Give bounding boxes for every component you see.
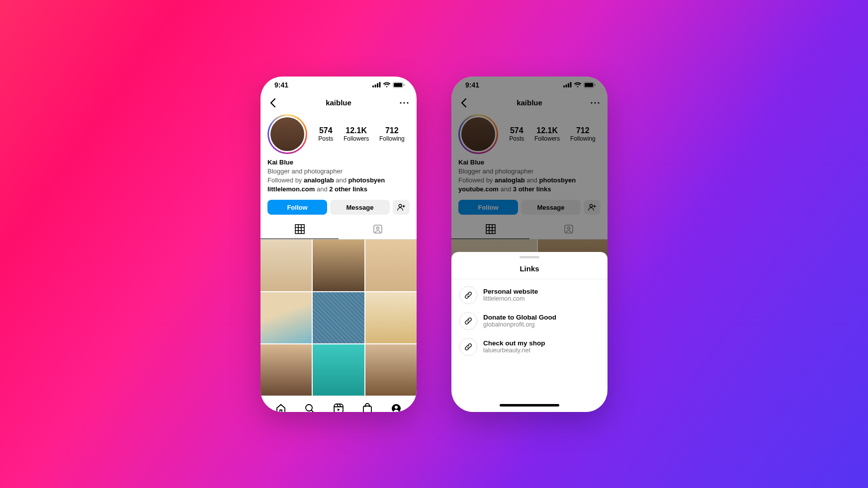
profile-actions: Follow Message	[451, 197, 608, 220]
profile-name: Kai Blue	[267, 158, 410, 167]
svg-rect-32	[585, 83, 593, 87]
more-icon[interactable]	[399, 97, 410, 108]
stat-following[interactable]: 712 Following	[379, 126, 405, 142]
followed-by[interactable]: Followed by analoglab and photosbyen	[267, 176, 410, 185]
bottom-nav	[260, 396, 417, 411]
stat-following[interactable]: 712 Following	[570, 126, 596, 142]
avatar	[461, 117, 495, 151]
posts-grid	[260, 240, 417, 396]
message-button[interactable]: Message	[330, 200, 390, 215]
link-url: littlelemon.com	[483, 295, 538, 302]
svg-rect-43	[565, 225, 573, 233]
follow-button[interactable]: Follow	[267, 200, 327, 215]
svg-rect-30	[570, 82, 572, 87]
profile-tabs	[451, 220, 608, 240]
svg-point-17	[376, 227, 379, 230]
grid-cell[interactable]	[313, 240, 364, 291]
sheet-title: Links	[451, 260, 608, 279]
grid-cell[interactable]	[365, 292, 417, 343]
wifi-icon	[383, 82, 391, 87]
bio-links[interactable]: littlelemon.com and 2 other links	[267, 185, 410, 194]
nav-search-icon[interactable]	[304, 403, 315, 412]
svg-point-9	[407, 102, 408, 103]
stat-followers-number: 12.1K	[344, 126, 369, 135]
svg-point-34	[591, 102, 592, 103]
svg-rect-3	[379, 82, 381, 87]
stat-posts[interactable]: 574 Posts	[318, 126, 333, 142]
bio: Kai Blue Blogger and photographer Follow…	[451, 154, 608, 197]
svg-rect-28	[566, 84, 567, 87]
nav-username: kaiblue	[326, 98, 351, 107]
tab-grid[interactable]	[260, 220, 339, 239]
link-title: Check out my shop	[483, 339, 545, 347]
sheet-handle[interactable]	[520, 256, 539, 258]
grid-cell[interactable]	[365, 344, 417, 396]
svg-line-19	[312, 410, 315, 411]
battery-icon	[584, 82, 596, 88]
message-button[interactable]: Message	[521, 200, 581, 215]
bio: Kai Blue Blogger and photographer Follow…	[260, 154, 417, 197]
link-item[interactable]: Donate to Global Good globalnonprofit.or…	[451, 308, 608, 334]
back-icon[interactable]	[267, 97, 278, 108]
nav-bar: kaiblue	[451, 93, 608, 112]
nav-profile-icon[interactable]	[391, 403, 402, 412]
followed-by[interactable]: Followed by analoglab and photosbyen	[458, 176, 601, 185]
stat-posts[interactable]: 574 Posts	[509, 126, 524, 142]
avatar-story-ring[interactable]	[458, 114, 498, 154]
grid-cell[interactable]	[260, 292, 312, 343]
avatar	[270, 117, 304, 151]
nav-shop-icon[interactable]	[362, 403, 373, 412]
svg-rect-2	[377, 83, 378, 88]
link-item[interactable]: Personal website littlelemon.com	[451, 282, 608, 308]
profile-actions: Follow Message	[260, 197, 417, 220]
profile-category: Blogger and photographer	[267, 167, 410, 176]
svg-point-8	[403, 102, 405, 103]
svg-rect-29	[568, 83, 569, 88]
link-icon	[459, 286, 477, 304]
grid-cell[interactable]	[260, 240, 312, 291]
grid-cell[interactable]	[365, 240, 417, 291]
bio-links[interactable]: youtube.com and 3 other links	[458, 185, 601, 194]
svg-rect-24	[363, 406, 371, 412]
stat-following-number: 712	[379, 126, 405, 135]
link-icon	[459, 338, 477, 356]
stat-posts-label: Posts	[318, 135, 333, 142]
suggest-user-button[interactable]	[584, 200, 601, 215]
svg-rect-33	[595, 84, 596, 86]
grid-icon	[295, 224, 305, 234]
tab-grid[interactable]	[451, 220, 529, 239]
link-item[interactable]: Check out my shop lalueurbeauty.net	[451, 334, 608, 360]
more-icon[interactable]	[590, 97, 601, 108]
status-time: 9:41	[274, 81, 288, 89]
phone-profile: 9:41 kaiblue 574 Posts	[260, 77, 417, 412]
suggest-user-button[interactable]	[393, 200, 410, 215]
tagged-icon	[373, 224, 383, 234]
back-icon[interactable]	[458, 97, 469, 108]
status-icons	[563, 82, 596, 88]
svg-point-7	[400, 102, 401, 103]
nav-reels-icon[interactable]	[333, 403, 344, 412]
follow-button[interactable]: Follow	[458, 200, 518, 215]
tab-tagged[interactable]	[339, 220, 417, 239]
tab-tagged[interactable]	[529, 220, 608, 239]
stat-posts-number: 574	[318, 126, 333, 135]
nav-bar: kaiblue	[260, 93, 417, 112]
stat-followers-label: Followers	[344, 135, 369, 142]
svg-rect-11	[295, 225, 304, 234]
status-icons	[372, 82, 405, 88]
battery-icon	[393, 82, 405, 88]
avatar-story-ring[interactable]	[267, 114, 307, 154]
svg-point-26	[395, 406, 398, 408]
add-user-icon	[397, 204, 405, 211]
grid-cell[interactable]	[260, 344, 312, 396]
cellular-icon	[372, 82, 381, 87]
grid-cell[interactable]	[313, 292, 364, 343]
profile-header: 574 Posts 12.1K Followers 712 Following	[260, 112, 417, 154]
grid-cell[interactable]	[313, 344, 364, 396]
nav-home-icon[interactable]	[275, 403, 286, 412]
phone-links-sheet: 9:41 kaiblue 574 Posts	[451, 77, 608, 412]
links-sheet[interactable]: Links Personal website littlelemon.com D…	[451, 252, 608, 412]
stat-followers[interactable]: 12.1K Followers	[344, 126, 369, 142]
svg-point-37	[590, 204, 593, 207]
stat-followers[interactable]: 12.1K Followers	[534, 126, 560, 142]
